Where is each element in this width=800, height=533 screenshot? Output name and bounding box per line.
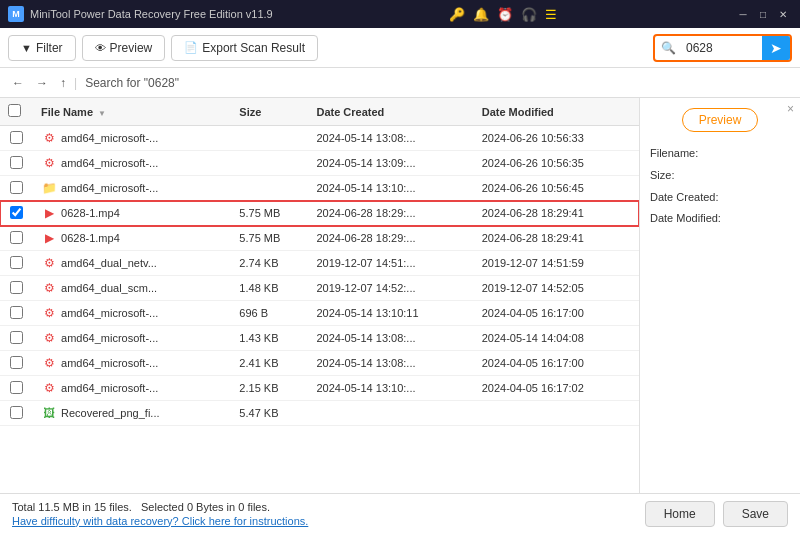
row-checkbox-cell[interactable] — [0, 226, 33, 251]
table-row[interactable]: 🖼 Recovered_png_fi... 5.47 KB — [0, 401, 639, 426]
row-checkbox[interactable] — [10, 381, 23, 394]
file-type-icon: ⚙ — [41, 130, 57, 146]
date-modified-row: Date Modified: — [650, 209, 721, 229]
filename-text: amd64_microsoft-... — [61, 357, 158, 369]
select-all-checkbox[interactable] — [8, 104, 21, 117]
filename-cell: 📁 amd64_microsoft-... — [33, 176, 231, 201]
preview-button[interactable]: Preview — [682, 108, 759, 132]
row-checkbox[interactable] — [10, 406, 23, 419]
bell-icon[interactable]: 🔔 — [473, 7, 489, 22]
home-button[interactable]: Home — [645, 501, 715, 527]
filename-cell: ⚙ amd64_microsoft-... — [33, 351, 231, 376]
search-icon: 🔍 — [655, 38, 682, 58]
size-cell: 1.48 KB — [231, 276, 308, 301]
date-modified-cell: 2024-06-26 10:56:45 — [474, 176, 639, 201]
row-checkbox-cell[interactable] — [0, 151, 33, 176]
file-type-icon: ⚙ — [41, 330, 57, 346]
toolbar: ▼ Filter 👁 Preview 📄 Export Scan Result … — [0, 28, 800, 68]
size-cell: 5.75 MB — [231, 226, 308, 251]
row-checkbox[interactable] — [10, 181, 23, 194]
close-button[interactable]: ✕ — [774, 5, 792, 23]
date-modified-cell: 2024-06-26 10:56:33 — [474, 126, 639, 151]
date-modified-cell: 2019-12-07 14:52:05 — [474, 276, 639, 301]
preview-info: Filename: Size: Date Created: Date Modif… — [650, 144, 721, 231]
table-row[interactable]: ⚙ amd64_microsoft-... 1.43 KB 2024-05-14… — [0, 326, 639, 351]
nav-bar: ← → ↑ | Search for "0628" — [0, 68, 800, 98]
back-button[interactable]: ← — [8, 74, 28, 92]
select-all-header[interactable] — [0, 98, 33, 126]
size-cell: 696 B — [231, 301, 308, 326]
row-checkbox[interactable] — [10, 156, 23, 169]
up-button[interactable]: ↑ — [56, 74, 70, 92]
size-header[interactable]: Size — [231, 98, 308, 126]
eye-icon: 👁 — [95, 42, 106, 54]
table-row[interactable]: 📁 amd64_microsoft-... 2024-05-14 13:10:.… — [0, 176, 639, 201]
filename-text: amd64_dual_netv... — [61, 257, 157, 269]
filename-cell: ⚙ amd64_microsoft-... — [33, 151, 231, 176]
help-link[interactable]: Have difficulty with data recovery? Clic… — [12, 515, 308, 527]
row-checkbox-cell[interactable] — [0, 201, 33, 226]
row-checkbox-cell[interactable] — [0, 326, 33, 351]
filename-cell: ⚙ amd64_dual_netv... — [33, 251, 231, 276]
file-type-icon: ⚙ — [41, 380, 57, 396]
size-cell: 2.15 KB — [231, 376, 308, 401]
size-cell: 5.47 KB — [231, 401, 308, 426]
row-checkbox[interactable] — [10, 331, 23, 344]
date-modified-cell: 2019-12-07 14:51:59 — [474, 251, 639, 276]
search-go-button[interactable]: ➤ — [762, 36, 790, 60]
filter-button[interactable]: ▼ Filter — [8, 35, 76, 61]
date-created-header[interactable]: Date Created — [308, 98, 473, 126]
table-row[interactable]: ⚙ amd64_dual_netv... 2.74 KB 2019-12-07 … — [0, 251, 639, 276]
search-input[interactable] — [682, 39, 762, 57]
table-row[interactable]: ⚙ amd64_dual_scm... 1.48 KB 2019-12-07 1… — [0, 276, 639, 301]
title-bar: M MiniTool Power Data Recovery Free Edit… — [0, 0, 800, 28]
filename-text: Recovered_png_fi... — [61, 407, 159, 419]
row-checkbox-cell[interactable] — [0, 376, 33, 401]
row-checkbox-cell[interactable] — [0, 301, 33, 326]
row-checkbox[interactable] — [10, 356, 23, 369]
table-row[interactable]: ⚙ amd64_microsoft-... 2.41 KB 2024-05-14… — [0, 351, 639, 376]
table-row[interactable]: ⚙ amd64_microsoft-... 2024-05-14 13:08:.… — [0, 126, 639, 151]
row-checkbox[interactable] — [10, 206, 23, 219]
row-checkbox-cell[interactable] — [0, 251, 33, 276]
key-icon[interactable]: 🔑 — [449, 7, 465, 22]
minimize-button[interactable]: ─ — [734, 5, 752, 23]
filename-text: amd64_microsoft-... — [61, 332, 158, 344]
maximize-button[interactable]: □ — [754, 5, 772, 23]
status-bar: Total 11.5 MB in 15 files. Selected 0 By… — [0, 493, 800, 533]
close-preview-button[interactable]: × — [787, 102, 794, 116]
row-checkbox-cell[interactable] — [0, 351, 33, 376]
menu-icon[interactable]: ☰ — [545, 7, 557, 22]
clock-icon[interactable]: ⏰ — [497, 7, 513, 22]
date-modified-cell: 2024-06-28 18:29:41 — [474, 201, 639, 226]
forward-button[interactable]: → — [32, 74, 52, 92]
row-checkbox[interactable] — [10, 231, 23, 244]
date-created-cell: 2024-06-28 18:29:... — [308, 226, 473, 251]
table-row[interactable]: ⚙ amd64_microsoft-... 696 B 2024-05-14 1… — [0, 301, 639, 326]
filename-header[interactable]: File Name ▼ — [33, 98, 231, 126]
table-row[interactable]: ⚙ amd64_microsoft-... 2.15 KB 2024-05-14… — [0, 376, 639, 401]
date-created-cell: 2024-05-14 13:10:... — [308, 376, 473, 401]
preview-toolbar-button[interactable]: 👁 Preview — [82, 35, 166, 61]
row-checkbox-cell[interactable] — [0, 176, 33, 201]
row-checkbox[interactable] — [10, 131, 23, 144]
date-created-cell: 2024-05-14 13:10:... — [308, 176, 473, 201]
row-checkbox[interactable] — [10, 306, 23, 319]
filename-text: amd64_microsoft-... — [61, 382, 158, 394]
table-row[interactable]: ▶ 0628-1.mp4 5.75 MB 2024-06-28 18:29:..… — [0, 201, 639, 226]
size-cell — [231, 176, 308, 201]
export-button[interactable]: 📄 Export Scan Result — [171, 35, 318, 61]
table-row[interactable]: ▶ 0628-1.mp4 5.75 MB 2024-06-28 18:29:..… — [0, 226, 639, 251]
row-checkbox[interactable] — [10, 256, 23, 269]
row-checkbox[interactable] — [10, 281, 23, 294]
row-checkbox-cell[interactable] — [0, 276, 33, 301]
date-modified-header[interactable]: Date Modified — [474, 98, 639, 126]
save-button[interactable]: Save — [723, 501, 788, 527]
filename-text: amd64_microsoft-... — [61, 182, 158, 194]
row-checkbox-cell[interactable] — [0, 126, 33, 151]
file-list[interactable]: File Name ▼ Size Date Created Date Modif… — [0, 98, 640, 493]
headphone-icon[interactable]: 🎧 — [521, 7, 537, 22]
row-checkbox-cell[interactable] — [0, 401, 33, 426]
date-created-cell: 2024-05-14 13:09:... — [308, 151, 473, 176]
table-row[interactable]: ⚙ amd64_microsoft-... 2024-05-14 13:09:.… — [0, 151, 639, 176]
